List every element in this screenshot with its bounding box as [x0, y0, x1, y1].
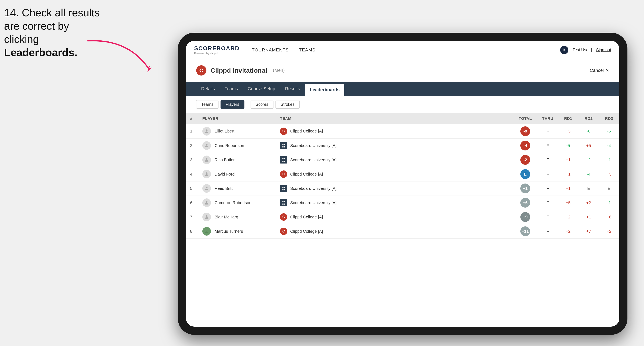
total-cell: E [513, 167, 538, 181]
filter-players-button[interactable]: Players [220, 100, 244, 109]
tab-course-setup[interactable]: Course Setup [243, 82, 280, 96]
total-cell: -8 [513, 124, 538, 138]
score-badge: -2 [520, 155, 530, 165]
table-row: 7Blair McHargCClippd College [A]+9F+2+1+… [186, 210, 619, 224]
total-cell: +11 [513, 224, 538, 238]
player-avatar [202, 170, 211, 178]
player-cell: David Ford [198, 167, 276, 181]
tab-leaderboards[interactable]: Leaderboards [305, 84, 344, 96]
team-cell: CClippd College [A] [276, 224, 513, 238]
tournament-title-area: C Clippd Invitational (Men) [196, 65, 285, 76]
rank-cell: 7 [186, 210, 198, 224]
player-avatar [202, 184, 211, 193]
player-name: Chris Robertson [214, 143, 244, 148]
thru-cell: F [538, 167, 558, 181]
player-cell: Elliot Ebert [198, 124, 276, 138]
filter-teams-button[interactable]: Teams [196, 100, 218, 109]
instruction-block: 14. Check all results are correct by cli… [4, 6, 106, 59]
rank-cell: 3 [186, 153, 198, 167]
signout-link[interactable]: Sign out [596, 48, 611, 52]
total-cell: +1 [513, 181, 538, 195]
col-total: TOTAL [513, 113, 538, 124]
score-badge: -4 [520, 141, 530, 151]
logo-subtitle: Powered by clippd [194, 52, 240, 55]
player-cell: Marcus Turners [198, 224, 276, 238]
svg-point-8 [206, 229, 208, 231]
total-cell: -2 [513, 153, 538, 167]
nav-right: TU Test User | Sign out [560, 46, 611, 54]
rank-cell: 8 [186, 224, 198, 238]
leaderboard-table: # PLAYER TEAM TOTAL THRU RD1 RD2 RD3 1El… [186, 113, 619, 327]
score-badge: +9 [520, 212, 530, 222]
tab-results[interactable]: Results [280, 82, 305, 96]
team-name: Clippd College [A] [290, 229, 323, 234]
player-name: Elliot Ebert [214, 129, 234, 134]
team-logo-clippd: C [280, 171, 287, 178]
rd1-cell: +1 [558, 153, 578, 167]
col-rd3: RD3 [599, 113, 619, 124]
team-cell: ■■■■Scoreboard University [A] [276, 138, 513, 153]
rd3-cell: +3 [599, 167, 619, 181]
rank-cell: 4 [186, 167, 198, 181]
team-cell: ■■■■Scoreboard University [A] [276, 195, 513, 210]
filter-bar: Teams Players Scores Strokes [186, 96, 619, 113]
svg-point-2 [206, 144, 208, 146]
player-cell: Cameron Robertson [198, 195, 276, 210]
thru-cell: F [538, 124, 558, 138]
nav-teams[interactable]: TEAMS [299, 46, 316, 54]
filter-scores-button[interactable]: Scores [250, 100, 274, 109]
player-name: Blair McHarg [214, 215, 238, 219]
instruction-line1: 14. Check all results [4, 7, 100, 18]
table-row: 2Chris Robertson■■■■Scoreboard Universit… [186, 138, 619, 153]
total-cell: -4 [513, 138, 538, 153]
navbar: SCOREBOARD Powered by clippd TOURNAMENTS… [186, 41, 619, 59]
thru-cell: F [538, 153, 558, 167]
rd2-cell: -6 [578, 124, 599, 138]
player-name: Marcus Turners [214, 229, 243, 234]
team-cell: CClippd College [A] [276, 124, 513, 138]
rd2-cell: +7 [578, 224, 599, 238]
total-cell: +9 [513, 210, 538, 224]
rd2-cell: +2 [578, 195, 599, 210]
col-player: PLAYER [198, 113, 276, 124]
score-badge: -8 [520, 126, 530, 136]
tabs-bar: Details Teams Course Setup Results Leade… [186, 82, 619, 96]
rd3-cell: +2 [599, 224, 619, 238]
filter-strokes-button[interactable]: Strokes [276, 100, 300, 109]
rd2-cell: -2 [578, 153, 599, 167]
tab-teams[interactable]: Teams [220, 82, 243, 96]
thru-cell: F [538, 210, 558, 224]
team-logo-scoreboard: ■■■■ [280, 185, 287, 192]
thru-cell: F [538, 224, 558, 238]
score-badge: +11 [520, 226, 530, 236]
rd2-cell: +1 [578, 210, 599, 224]
thru-cell: F [538, 195, 558, 210]
team-logo-clippd: C [280, 228, 287, 235]
rd3-cell: -1 [599, 153, 619, 167]
score-badge: +6 [520, 198, 530, 208]
rd3-cell: -5 [599, 124, 619, 138]
rd3-cell: E [599, 181, 619, 195]
rd2-cell: +5 [578, 138, 599, 153]
team-cell: ■■■■Scoreboard University [A] [276, 153, 513, 167]
player-cell: Rich Butler [198, 153, 276, 167]
instruction-line3: Leaderboards. [4, 46, 77, 58]
team-name: Clippd College [A] [290, 129, 323, 134]
team-logo-clippd: C [280, 213, 287, 221]
player-name: Rich Butler [214, 158, 235, 162]
player-name: David Ford [214, 172, 235, 176]
team-logo-scoreboard: ■■■■ [280, 199, 287, 206]
nav-tournaments[interactable]: TOURNAMENTS [252, 46, 289, 54]
tab-details[interactable]: Details [196, 82, 220, 96]
team-cell: CClippd College [A] [276, 210, 513, 224]
cancel-button[interactable]: Cancel ✕ [590, 68, 609, 73]
team-cell: ■■■■Scoreboard University [A] [276, 181, 513, 195]
svg-point-1 [206, 129, 208, 131]
player-avatar [202, 127, 211, 136]
rank-cell: 6 [186, 195, 198, 210]
col-rd1: RD1 [558, 113, 578, 124]
rank-cell: 5 [186, 181, 198, 195]
rd2-cell: E [578, 181, 599, 195]
thru-cell: F [538, 138, 558, 153]
team-cell: CClippd College [A] [276, 167, 513, 181]
